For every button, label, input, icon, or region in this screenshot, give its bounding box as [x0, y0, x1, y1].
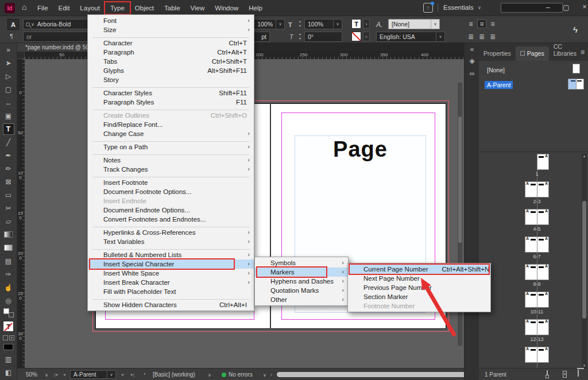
menu-item[interactable]: Paragraph Ctrl+Alt+T ›	[88, 48, 254, 57]
menu-item[interactable]: Insert Break Character ›	[88, 278, 254, 287]
menu-item[interactable]: ›	[88, 296, 254, 300]
line-tool[interactable]: ╱	[0, 135, 17, 149]
menu-item[interactable]: Glyphs Alt+Shift+F11 ›	[88, 66, 254, 75]
zoom-level[interactable]: 50%	[26, 371, 37, 378]
eyedropper-tool[interactable]: ✑	[0, 267, 17, 281]
spread-thumbnail[interactable]: 4-5	[512, 209, 562, 234]
align-center-icon[interactable]: ≡	[477, 20, 486, 28]
parent-row-none[interactable]: [None]	[479, 63, 588, 78]
minimize-button[interactable]: –	[541, 2, 554, 13]
stroke-none-swatch[interactable]	[351, 32, 361, 41]
menu-item[interactable]: Size ›	[88, 25, 254, 34]
home-icon[interactable]: ⌂	[22, 2, 26, 11]
horizontal-scale-field[interactable]: 100% ∨	[304, 19, 342, 29]
last-page-button[interactable]: ▸|	[131, 372, 134, 377]
menu-item[interactable]: Hyphens and Dashes ›	[255, 277, 348, 286]
scroll-down-icon[interactable]: ▼	[582, 364, 587, 367]
menubar-item[interactable]: Help	[243, 2, 268, 14]
menubar-item[interactable]: File	[32, 2, 53, 14]
formatting-container-icon[interactable]	[3, 335, 8, 340]
menubar-item[interactable]: Table	[159, 2, 185, 14]
menu-item[interactable]: Text Variables ›	[88, 237, 254, 246]
formatting-text-icon[interactable]: T	[9, 335, 14, 340]
menu-item[interactable]: Next Page Number ›	[348, 274, 490, 283]
menu-item[interactable]: ›	[88, 138, 254, 142]
panel-tab[interactable]: Properties	[479, 46, 516, 61]
skew-field[interactable]: 0°	[304, 32, 342, 42]
gap-tool[interactable]: ↔	[0, 96, 17, 109]
character-style-dropdown[interactable]: [None] ∨	[388, 19, 440, 29]
preflight-icon[interactable]: ◔	[142, 371, 146, 377]
pencil-tool[interactable]: ✏	[0, 162, 17, 175]
page-tool[interactable]: ▢	[0, 83, 17, 96]
menu-item[interactable]: Other ›	[255, 295, 348, 304]
menu-item[interactable]: Create Outlines Ctrl+Shift+O ›	[88, 111, 254, 120]
character-formatting-icon[interactable]: A	[7, 19, 19, 30]
menu-item[interactable]: Track Changes ›	[88, 165, 254, 174]
workspace-switcher[interactable]: Essentials	[443, 4, 473, 11]
layers-panel-icon[interactable]: ◈	[465, 57, 479, 65]
menu-item[interactable]: ›	[88, 224, 254, 228]
menu-item[interactable]: Insert Endnote ›	[88, 196, 254, 205]
menu-item[interactable]: Footnote Number ›	[348, 301, 490, 311]
ruler-origin[interactable]	[17, 52, 25, 59]
frame-tool[interactable]: ⊠	[0, 175, 17, 188]
document-horizontal-scrollbar[interactable]	[277, 372, 466, 377]
new-page-icon[interactable]: +	[563, 371, 567, 377]
collapse-icon[interactable]: ‹	[270, 371, 272, 378]
spread-thumbnail[interactable]: 12-13	[512, 319, 562, 344]
menu-item[interactable]: Document Endnote Options... ›	[88, 205, 254, 215]
rectangle-tool[interactable]: ▭	[0, 188, 17, 201]
page-select-dropdown[interactable]: A-Parent ∨	[70, 370, 116, 379]
spread-thumbnail[interactable]: 8-9	[512, 264, 562, 289]
font-style-field[interactable]: or	[23, 32, 88, 42]
skew-stepper[interactable]: ▴▾	[297, 32, 303, 41]
align-left-icon[interactable]: ≡	[466, 20, 475, 28]
justify-left-icon[interactable]: ≣	[466, 32, 475, 41]
free-transform-tool[interactable]: ▱	[0, 215, 17, 228]
menubar-item[interactable]: Layout	[75, 2, 105, 14]
direct-selection-tool[interactable]: ▷	[0, 69, 17, 83]
language-dropdown[interactable]: English: USA ∨	[376, 32, 445, 42]
panel-scrollbar[interactable]: ▲ ▼	[582, 154, 587, 368]
quick-actions-icon[interactable]: ϟ	[573, 25, 578, 34]
menu-item[interactable]: ›	[88, 84, 254, 88]
menu-item[interactable]: Tabs Ctrl+Shift+T ›	[88, 57, 254, 66]
font-search-field[interactable]: ∨ Arboria-Bold	[23, 19, 88, 29]
spread-thumbnail[interactable]: 10-11	[512, 292, 562, 317]
gradient-tool[interactable]	[0, 228, 17, 241]
paragraph-formatting-icon[interactable]: ¶	[10, 33, 13, 40]
menu-item[interactable]: ›	[88, 246, 254, 250]
menu-item[interactable]: Hyperlinks & Cross-References ›	[88, 228, 254, 237]
menu-item[interactable]: Symbols ›	[255, 258, 348, 267]
menu-item[interactable]: Insert Footnote ›	[88, 178, 254, 187]
spread-thumbnail[interactable]	[512, 347, 562, 368]
menu-item[interactable]: ›	[88, 174, 254, 178]
scissors-tool[interactable]: ✂	[0, 201, 17, 215]
previous-page-button[interactable]: ◂	[63, 372, 65, 377]
menu-item[interactable]: Notes ›	[88, 156, 254, 165]
menu-item[interactable]: Change Case ›	[88, 129, 254, 138]
formatting-affects-text-swatch[interactable]: T	[3, 321, 14, 332]
menu-item[interactable]: Character Ctrl+T ›	[88, 38, 254, 48]
fill-color-swatch[interactable]: T	[351, 19, 361, 29]
menu-item[interactable]: Quotation Marks ›	[255, 286, 348, 295]
scrollbar-thumb[interactable]	[582, 201, 586, 319]
menubar-item[interactable]: Object	[130, 2, 159, 14]
screen-mode-icon[interactable]: ◧	[0, 366, 17, 379]
fill-stroke-swatches[interactable]	[3, 308, 14, 317]
menu-item[interactable]: ›	[88, 34, 254, 38]
menu-item[interactable]: Find/Replace Font... ›	[88, 120, 254, 129]
justify-center-icon[interactable]: ≣	[477, 32, 486, 41]
menu-item[interactable]: Previous Page Number ›	[348, 283, 490, 292]
stroke-options-button[interactable]: ›	[363, 32, 370, 41]
next-page-button[interactable]: ▸	[122, 372, 124, 377]
menu-item[interactable]: ›	[88, 152, 254, 156]
collapse-panels-icon[interactable]: «	[465, 45, 479, 53]
menubar-item[interactable]: Edit	[53, 2, 75, 14]
close-button[interactable]: ×	[578, 2, 588, 12]
menubar-item[interactable]: Window	[210, 2, 243, 14]
preflight-status[interactable]: No errors	[222, 371, 253, 378]
justify-right-icon[interactable]: ≣	[488, 32, 497, 41]
menu-item[interactable]: Story ›	[88, 75, 254, 84]
